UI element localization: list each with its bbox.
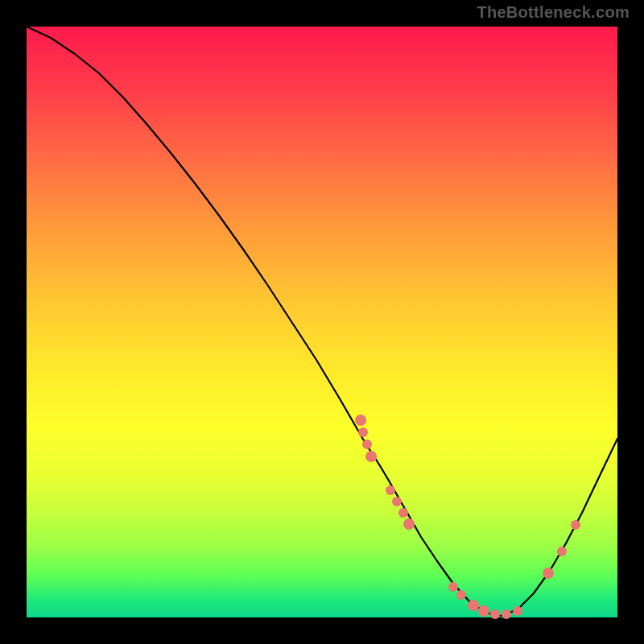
bottleneck-curve: [27, 27, 617, 616]
chart-frame: TheBottleneck.com: [0, 0, 644, 644]
scatter-dot: [513, 606, 522, 616]
scatter-dot: [365, 451, 377, 462]
scatter-dot: [468, 600, 479, 611]
scatter-dot: [557, 547, 567, 556]
scatter-dot: [358, 427, 368, 437]
scatter-dot: [392, 497, 402, 506]
scatter-dot: [571, 520, 580, 530]
watermark-label: TheBottleneck.com: [477, 3, 630, 22]
scatter-dot: [355, 415, 366, 426]
chart-svg: [27, 27, 617, 617]
scatter-dot: [448, 582, 458, 592]
scatter-dot: [490, 609, 500, 619]
plot-area: [27, 27, 617, 617]
scatter-dot: [456, 590, 466, 600]
scatter-dot: [543, 568, 554, 579]
scatter-dot: [502, 609, 511, 619]
scatter-dot: [403, 518, 415, 530]
scatter-dot: [478, 605, 489, 617]
scatter-dot: [386, 485, 395, 495]
scatter-dot: [398, 508, 408, 518]
scatter-layer: [355, 415, 580, 619]
scatter-dot: [362, 440, 372, 449]
